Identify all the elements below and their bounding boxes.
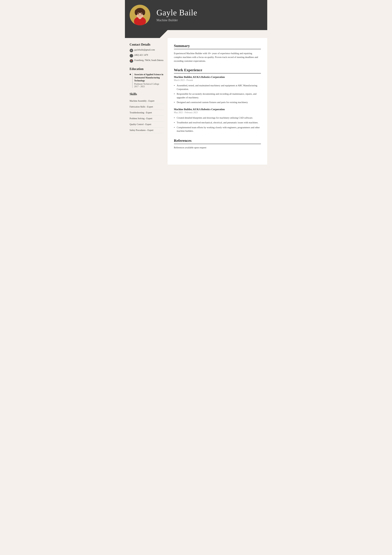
jobs-list: Machine Builder, KUKA Robotics Corporati… (174, 76, 261, 133)
phone-icon: 📞 (130, 54, 133, 58)
main-content: Summary Experienced Machine Builder with… (168, 38, 267, 165)
contact-email-item: ✉ gaylebaile@gmail.com (130, 49, 164, 52)
skill-item: Safety Procedures - Expert (130, 127, 164, 133)
education-section-title: Education (130, 67, 164, 71)
main-layout: Contact Details ✉ gaylebaile@gmail.com 📞… (125, 38, 267, 165)
references-section-title: References (174, 139, 261, 144)
contact-location-item: 📍 Framiberg, 78434, South Dakota (130, 59, 164, 63)
summary-text: Experienced Machine Builder with 10+ yea… (174, 51, 261, 63)
sidebar: Contact Details ✉ gaylebaile@gmail.com 📞… (125, 38, 168, 165)
svg-point-9 (141, 13, 142, 15)
skill-item: Fabrication Skills - Expert (130, 104, 164, 110)
job-bullet-item: Assembled, tested, and maintained machin… (174, 83, 261, 92)
edu-bullet (130, 74, 131, 75)
skill-item: Machine Assembly - Expert (130, 98, 164, 104)
job-title: Machine Builder, KUKA Robotics Corporati… (174, 76, 261, 79)
job-bullet-item: Responsible for accurately documenting a… (174, 92, 261, 100)
contact-section-title: Contact Details (130, 43, 164, 46)
candidate-name: Gayle Baile (157, 8, 197, 17)
avatar-image (130, 5, 150, 25)
summary-section-title: Summary (174, 44, 261, 49)
contact-location: Framiberg, 78434, South Dakota (134, 59, 164, 62)
job-bullets: Assembled, tested, and maintained machin… (174, 83, 261, 105)
references-text: References available upon request (174, 146, 261, 149)
job-bullets: Created detailed blueprints and drawings… (174, 115, 261, 133)
svg-point-7 (136, 8, 143, 12)
job-bullet-item: Designed and constructed custom fixtures… (174, 100, 261, 105)
candidate-title: Machine Builder (157, 18, 197, 22)
edu-degree: Associate of Applied Science in Automate… (134, 73, 164, 82)
work-experience-section: Work Experience Machine Builder, KUKA Ro… (174, 68, 261, 133)
contact-phone-item: 📞 (482) 421 1479 (130, 54, 164, 58)
skills-section-title: Skills (130, 92, 164, 96)
job-entry: Machine Builder, KUKA Robotics Corporati… (174, 108, 261, 133)
job-bullet-item: Created detailed blueprints and drawings… (174, 115, 261, 120)
contact-phone: (482) 421 1479 (134, 54, 148, 56)
edu-school: Piedmont Technical College (134, 83, 164, 85)
job-bullet-item: Complemented team efforts by working clo… (174, 125, 261, 133)
header-bottom-left (125, 30, 168, 38)
work-experience-title: Work Experience (174, 68, 261, 73)
location-icon: 📍 (130, 59, 133, 63)
job-dates: March 2023 - Present (174, 79, 261, 81)
header-bottom-right (168, 30, 267, 38)
job-title: Machine Builder, KUKA Robotics Corporati… (174, 108, 261, 111)
job-entry: Machine Builder, KUKA Robotics Corporati… (174, 76, 261, 105)
edu-years: 2017 - 2021 (134, 85, 164, 88)
header-text-block: Gayle Baile Machine Builder (157, 8, 197, 22)
summary-section: Summary Experienced Machine Builder with… (174, 44, 261, 63)
references-section: References References available upon req… (174, 139, 261, 149)
job-bullet-item: Troubleshot and resolved mechanical, ele… (174, 120, 261, 125)
skill-item: Troubleshooting - Expert (130, 110, 164, 116)
skill-item: Problem Solving - Expert (130, 116, 164, 122)
resume-header: Gayle Baile Machine Builder (125, 0, 267, 30)
header-divider (125, 30, 267, 38)
avatar (130, 5, 150, 25)
edu-content: Associate of Applied Science in Automate… (132, 73, 164, 88)
job-dates: May 2021 - February 2023 (174, 111, 261, 114)
svg-point-8 (138, 13, 139, 15)
skill-item: Quality Control - Expert (130, 122, 164, 127)
email-icon: ✉ (130, 49, 133, 52)
education-item: Associate of Applied Science in Automate… (130, 73, 164, 88)
contact-email: gaylebaile@gmail.com (134, 49, 155, 51)
skills-list: Machine Assembly - ExpertFabrication Ski… (130, 98, 164, 133)
